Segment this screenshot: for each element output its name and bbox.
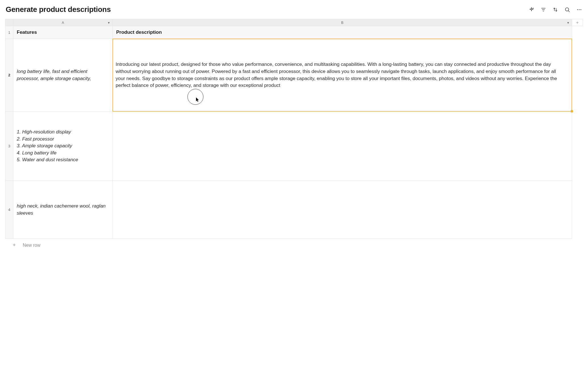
row-number[interactable]: 4 xyxy=(5,181,13,239)
description-cell[interactable] xyxy=(113,112,572,181)
column-header-a[interactable]: A ▾ xyxy=(13,19,113,26)
description-cell[interactable]: Introducing our latest product, designed… xyxy=(113,39,572,112)
more-icon[interactable] xyxy=(576,7,582,13)
column-name-description[interactable]: Product description xyxy=(113,26,572,39)
search-icon[interactable] xyxy=(564,7,570,13)
list-item: 1. High-resolution display xyxy=(17,129,109,136)
spacer xyxy=(572,181,583,239)
filter-icon[interactable] xyxy=(540,7,547,13)
table-corner[interactable] xyxy=(5,19,13,26)
list-item: 4. Long battery life xyxy=(17,150,109,157)
row-number[interactable]: 1 xyxy=(5,26,13,39)
list-item: 5. Water and dust resistance xyxy=(17,156,109,164)
table-row: 2 long battery life, fast and efficient … xyxy=(5,39,583,112)
features-list: 1. High-resolution display 2. Fast proce… xyxy=(17,129,109,164)
column-header-b[interactable]: B ▾ xyxy=(113,19,572,26)
ai-sparkle-icon[interactable] xyxy=(528,7,535,13)
new-row-label: New row xyxy=(23,243,40,248)
list-item: 2. Fast processor xyxy=(17,136,109,143)
features-cell[interactable]: 1. High-resolution display 2. Fast proce… xyxy=(13,112,113,181)
sort-icon[interactable] xyxy=(552,7,558,13)
svg-point-7 xyxy=(580,9,581,10)
spacer xyxy=(572,112,583,181)
features-cell[interactable]: long battery life, fast and efficient pr… xyxy=(13,39,113,112)
svg-line-4 xyxy=(568,11,570,12)
plus-icon: + xyxy=(10,242,18,248)
new-row-button[interactable]: + New row xyxy=(5,239,583,252)
svg-point-6 xyxy=(579,9,580,10)
description-cell[interactable] xyxy=(113,181,572,239)
column-name-features[interactable]: Features xyxy=(13,26,113,39)
add-column-button[interactable]: + xyxy=(572,19,583,26)
list-item: 3. Ample storage capacity xyxy=(17,143,109,150)
table-row: 3 1. High-resolution display 2. Fast pro… xyxy=(5,112,583,181)
row-number[interactable]: 3 xyxy=(5,112,13,181)
row-number[interactable]: 2 xyxy=(5,39,13,112)
spacer xyxy=(572,26,583,39)
page-title: Generate product descriptions xyxy=(6,5,111,14)
data-table: A ▾ B ▾ + 1 Features Product description… xyxy=(5,19,583,239)
svg-point-5 xyxy=(577,9,578,10)
spacer xyxy=(572,39,583,112)
column-letter: A xyxy=(62,21,64,25)
chevron-down-icon[interactable]: ▾ xyxy=(108,21,110,25)
features-cell[interactable]: high neck, indian cachemere wool, raglan… xyxy=(13,181,113,239)
column-letter: B xyxy=(341,21,343,25)
chevron-down-icon[interactable]: ▾ xyxy=(567,21,569,25)
toolbar xyxy=(528,7,582,13)
table-row: 4 high neck, indian cachemere wool, ragl… xyxy=(5,181,583,239)
